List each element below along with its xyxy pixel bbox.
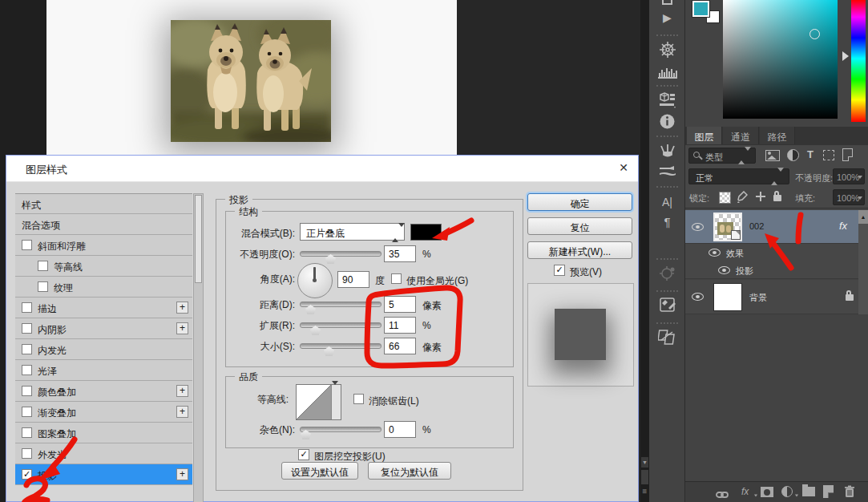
layer-style-fx-icon[interactable]: fx <box>741 486 749 497</box>
shadow-color-swatch[interactable] <box>410 224 442 241</box>
opacity-field[interactable]: 100% <box>833 168 865 184</box>
reset-default-button[interactable]: 复位为默认值 <box>368 462 451 480</box>
layer-effects-row[interactable]: 效果 <box>685 244 858 261</box>
link-layers-icon[interactable] <box>716 488 729 502</box>
background-thumbnail[interactable] <box>713 283 742 311</box>
add-instance-icon[interactable]: + <box>176 406 188 418</box>
foreground-color-swatch[interactable] <box>692 1 709 17</box>
layer-fx-badge[interactable]: fx <box>839 220 847 232</box>
styles-list-item-inner-glow[interactable]: 内发光 <box>15 339 192 360</box>
checkbox-checked[interactable]: ✓ <box>22 469 32 480</box>
spread-slider[interactable] <box>300 322 382 328</box>
angle-dial[interactable] <box>297 263 333 298</box>
filter-smart-objects-icon[interactable] <box>842 148 853 161</box>
distance-value-input[interactable]: 5 <box>384 296 416 313</box>
noise-value-input[interactable]: 0 <box>384 421 416 438</box>
character-panel-icon[interactable]: A| <box>649 196 685 208</box>
ok-button[interactable]: 确定 <box>527 193 632 211</box>
layer-002-thumbnail[interactable] <box>713 213 742 241</box>
checkbox-unchecked[interactable] <box>38 281 48 292</box>
brush-settings-panel-icon[interactable] <box>649 164 685 180</box>
paragraph-panel-icon[interactable]: ¶ <box>649 215 685 229</box>
checkbox-unchecked[interactable] <box>22 240 32 250</box>
tab-layers[interactable]: 图层 <box>687 127 722 144</box>
set-default-button[interactable]: 设置为默认值 <box>281 462 358 480</box>
slider-thumb[interactable] <box>310 326 321 335</box>
actions-panel-icon[interactable]: ▶ <box>649 11 685 24</box>
antialias-checkbox[interactable] <box>353 394 364 404</box>
dialog-titlebar[interactable]: 图层样式 ✕ <box>6 156 638 182</box>
checkbox-unchecked[interactable] <box>22 344 32 354</box>
checkbox-unchecked[interactable] <box>22 365 32 375</box>
color-field[interactable] <box>723 0 838 119</box>
tab-channels[interactable]: 通道 <box>723 127 759 144</box>
dog-photo-layer[interactable] <box>171 20 331 142</box>
contour-picker[interactable] <box>296 384 341 420</box>
visibility-eye-icon[interactable] <box>709 249 721 257</box>
lock-transparency-icon[interactable] <box>719 192 731 204</box>
styles-list-item-drop-shadow[interactable]: ✓ 投影 + <box>15 464 192 485</box>
add-mask-icon[interactable] <box>761 487 773 497</box>
clipped-panel-icon[interactable] <box>662 0 672 5</box>
opacity-slider[interactable] <box>300 251 382 257</box>
filter-type-dropdown[interactable]: 类型 <box>688 148 756 164</box>
styles-list-item-contour[interactable]: 等高线 <box>15 256 192 277</box>
global-light-checkbox[interactable] <box>391 273 402 284</box>
slider-thumb[interactable] <box>301 430 311 439</box>
color-field-cursor[interactable] <box>809 29 820 39</box>
hue-slider[interactable] <box>851 0 866 122</box>
clone-source-panel-icon[interactable] <box>649 265 685 285</box>
checkbox-unchecked[interactable] <box>22 323 32 334</box>
size-value-input[interactable]: 66 <box>384 338 416 354</box>
add-instance-icon[interactable]: + <box>176 322 188 334</box>
size-slider[interactable] <box>300 343 382 349</box>
styles-list-scrollbar[interactable] <box>193 193 204 502</box>
blend-mode-dropdown[interactable]: 正常 <box>688 168 789 184</box>
slider-thumb[interactable] <box>305 305 316 314</box>
layer-dropshadow-row[interactable]: 投影 <box>685 261 858 279</box>
new-style-button[interactable]: 新建样式(W)... <box>527 241 632 259</box>
styles-list-item-styles[interactable]: 样式 <box>15 193 192 214</box>
reset-button[interactable]: 复位 <box>527 217 632 235</box>
fill-field[interactable]: 100% <box>833 189 865 205</box>
layers-scroll-up-button[interactable]: ▲ <box>858 210 868 224</box>
filter-pixel-layers-icon[interactable] <box>765 150 780 161</box>
background-layer-name[interactable]: 背景 <box>749 292 767 304</box>
filter-type-layers-icon[interactable]: T <box>807 148 813 160</box>
effects-label[interactable]: 效果 <box>726 248 744 260</box>
spread-value-input[interactable]: 11 <box>384 317 416 334</box>
new-layer-icon[interactable] <box>823 485 834 498</box>
histogram-panel-icon[interactable] <box>649 66 685 82</box>
lock-all-icon[interactable] <box>773 195 781 201</box>
layer-row-002[interactable]: 002 fx <box>685 210 858 244</box>
lock-paint-icon[interactable] <box>737 191 748 206</box>
opacity-caret-icon[interactable] <box>858 176 862 179</box>
delete-layer-trash-icon[interactable] <box>844 485 855 501</box>
styles-list-item-outer-glow[interactable]: 外发光 <box>15 443 192 464</box>
filter-adjustment-layers-icon[interactable] <box>787 149 799 161</box>
blend-mode-select[interactable]: 正片叠底 <box>300 223 405 241</box>
lock-position-icon[interactable] <box>756 192 765 201</box>
styles-list-item-bevel-emboss[interactable]: 斜面和浮雕 <box>15 235 192 256</box>
visibility-eye-icon[interactable] <box>692 223 704 231</box>
styles-list-item-satin[interactable]: 光泽 <box>15 360 192 381</box>
navigator-wheel-icon[interactable] <box>649 41 685 62</box>
knockout-checkbox-checked[interactable]: ✓ <box>298 449 309 460</box>
noise-slider[interactable] <box>300 427 382 432</box>
layer-row-background[interactable]: 背景 <box>685 280 858 314</box>
add-instance-icon[interactable]: + <box>176 302 188 314</box>
brush-presets-panel-icon[interactable] <box>649 142 685 164</box>
contour-dropdown-strip[interactable] <box>331 385 341 419</box>
checkbox-unchecked[interactable] <box>38 261 48 271</box>
new-group-folder-icon[interactable] <box>802 487 815 496</box>
tab-paths[interactable]: 路径 <box>760 127 795 144</box>
opacity-value-input[interactable]: 35 <box>384 245 416 262</box>
styles-list-item-blending-options[interactable]: 混合选项 <box>15 214 192 235</box>
scrollbar-thumb[interactable] <box>641 470 648 484</box>
styles-list-item-stroke[interactable]: 描边 + <box>15 298 192 318</box>
layers-scrollbar[interactable]: ▲ <box>858 210 868 314</box>
notes-panel-icon[interactable] <box>649 329 685 349</box>
checkbox-unchecked[interactable] <box>22 448 32 459</box>
slider-thumb[interactable] <box>325 254 336 264</box>
styles-list-item-gradient-overlay[interactable]: 渐变叠加 + <box>15 402 192 423</box>
